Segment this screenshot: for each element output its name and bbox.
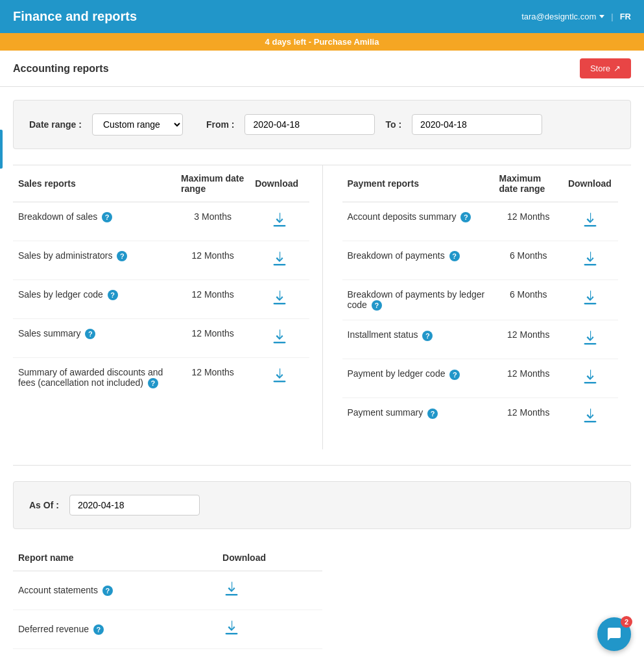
help-icon[interactable]: ? <box>117 251 127 261</box>
max-date-range: 12 Months <box>494 320 563 359</box>
help-icon[interactable]: ? <box>93 624 104 635</box>
max-date-range: 12 Months <box>176 319 250 358</box>
chat-button[interactable]: 2 <box>597 617 631 651</box>
bottom-reports-table: Report name Download Account statements … <box>13 545 322 649</box>
download-icon[interactable] <box>270 289 289 307</box>
download-icon[interactable] <box>270 250 289 268</box>
as-of-label: As Of : <box>29 500 59 510</box>
date-range-label: Date range : <box>29 119 82 130</box>
external-link-icon: ↗ <box>614 64 621 73</box>
chevron-down-icon <box>599 15 604 18</box>
bottom-col-name: Report name <box>13 545 217 571</box>
svg-rect-11 <box>226 594 238 595</box>
as-of-date-input[interactable] <box>69 495 200 516</box>
max-date-range: 3 Months <box>176 202 250 241</box>
max-date-range: 12 Months <box>494 202 563 241</box>
max-date-range: 12 Months <box>494 398 563 437</box>
download-cell <box>217 571 322 610</box>
download-icon[interactable] <box>581 368 599 386</box>
download-cell <box>563 202 618 241</box>
sales-reports-section: Sales reports Maximum date range Downloa… <box>13 165 322 449</box>
report-name: Sales summary ? <box>13 319 176 358</box>
max-date-range: 6 Months <box>494 280 563 320</box>
report-name: Installment status ? <box>342 320 494 359</box>
help-icon[interactable]: ? <box>148 378 158 388</box>
help-icon[interactable]: ? <box>427 409 438 419</box>
reports-grid: Sales reports Maximum date range Downloa… <box>13 165 631 449</box>
svg-rect-1 <box>274 264 286 265</box>
table-row: Breakdown of payments ? 6 Months <box>342 241 619 280</box>
report-name: Payment by ledger code ? <box>342 359 494 398</box>
report-name: Breakdown of sales ? <box>13 202 176 241</box>
payment-col-download: Download <box>563 165 618 202</box>
table-row: Payment summary ? 12 Months <box>342 398 619 437</box>
from-date-input[interactable] <box>244 114 375 135</box>
help-icon[interactable]: ? <box>85 329 95 339</box>
sales-col-maxdate: Maximum date range <box>176 165 250 202</box>
report-name: Breakdown of payments by ledger code ? <box>342 280 494 320</box>
promo-banner[interactable]: 4 days left - Purchase Amilia <box>0 33 644 51</box>
table-row: Sales summary ? 12 Months <box>13 319 309 358</box>
section-divider <box>13 465 631 466</box>
language-selector[interactable]: FR <box>620 12 631 21</box>
report-name: Sales by administrators ? <box>13 241 176 280</box>
download-icon[interactable] <box>270 328 289 346</box>
download-icon[interactable] <box>581 329 599 348</box>
report-name: Payment summary ? <box>342 398 494 437</box>
svg-rect-2 <box>274 303 286 304</box>
help-icon[interactable]: ? <box>449 370 460 380</box>
download-cell <box>563 320 618 359</box>
table-row: Deferred revenue ? <box>13 610 322 649</box>
download-icon[interactable] <box>222 619 241 637</box>
payment-reports-table: Payment reports Maximum date range Downl… <box>342 165 619 436</box>
help-icon[interactable]: ? <box>460 212 471 222</box>
to-label: To : <box>385 119 401 130</box>
help-icon[interactable]: ? <box>102 586 113 596</box>
table-row: Installment status ? 12 Months <box>342 320 619 359</box>
table-row: Sales by ledger code ? 12 Months <box>13 280 309 319</box>
date-range-select[interactable]: Custom range <box>92 113 183 136</box>
help-icon[interactable]: ? <box>372 300 382 311</box>
left-accent <box>0 130 3 169</box>
sub-header: Accounting reports Store ↗ <box>0 51 644 87</box>
download-cell <box>563 359 618 398</box>
chat-icon <box>606 626 622 642</box>
user-email-dropdown[interactable]: tara@designtlc.com <box>521 12 604 21</box>
help-icon[interactable]: ? <box>422 331 433 341</box>
table-row: Breakdown of payments by ledger code ? 6… <box>342 280 619 320</box>
sales-col-name: Sales reports <box>13 165 176 202</box>
download-icon[interactable] <box>270 211 289 230</box>
download-cell <box>563 280 618 320</box>
svg-rect-10 <box>584 421 597 422</box>
payment-col-name: Payment reports <box>342 165 494 202</box>
help-icon[interactable]: ? <box>102 212 112 222</box>
page-title: Accounting reports <box>13 63 109 75</box>
header: Finance and reports tara@designtlc.com |… <box>0 0 644 33</box>
download-cell <box>563 398 618 437</box>
download-icon[interactable] <box>270 367 289 385</box>
table-row: Account deposits summary ? 12 Months <box>342 202 619 241</box>
download-icon[interactable] <box>581 407 599 425</box>
header-divider: | <box>611 12 613 21</box>
svg-rect-4 <box>274 381 286 382</box>
bottom-col-download: Download <box>217 545 322 571</box>
user-email: tara@designtlc.com <box>521 12 596 21</box>
max-date-range: 12 Months <box>176 358 250 398</box>
download-cell <box>250 319 309 358</box>
report-name: Sales by ledger code ? <box>13 280 176 319</box>
download-cell <box>250 358 309 398</box>
svg-rect-12 <box>226 633 238 634</box>
help-icon[interactable]: ? <box>108 290 118 300</box>
download-cell <box>250 280 309 319</box>
download-icon[interactable] <box>581 211 599 230</box>
help-icon[interactable]: ? <box>449 251 460 261</box>
max-date-range: 6 Months <box>494 241 563 280</box>
svg-rect-3 <box>274 342 286 343</box>
store-button[interactable]: Store ↗ <box>580 58 631 78</box>
download-icon[interactable] <box>222 580 241 599</box>
svg-rect-9 <box>584 382 597 383</box>
download-icon[interactable] <box>581 289 599 307</box>
download-icon[interactable] <box>581 250 599 268</box>
to-date-input[interactable] <box>412 114 542 135</box>
chat-badge: 2 <box>621 616 632 628</box>
